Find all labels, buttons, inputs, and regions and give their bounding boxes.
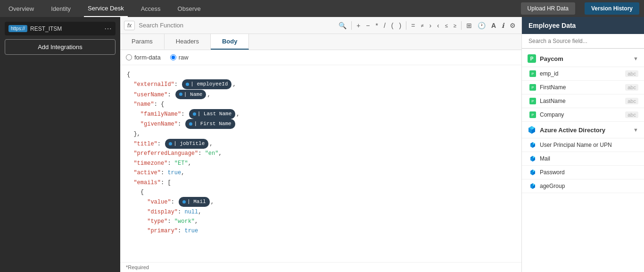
field-upn[interactable]: User Principal Name or UPN bbox=[522, 138, 644, 152]
nav-observe[interactable]: Observe bbox=[174, 0, 205, 17]
azure-field-icon-3 bbox=[529, 169, 536, 176]
field-agegroup[interactable]: ageGroup bbox=[522, 179, 644, 193]
azure-section-title: Azure Active Directory bbox=[540, 127, 629, 134]
field-password[interactable]: Password bbox=[522, 166, 644, 179]
nav-identity[interactable]: Identity bbox=[47, 0, 74, 17]
body-options-row: form-data raw bbox=[120, 50, 521, 65]
paycom-field-icon: P bbox=[529, 70, 536, 77]
not-equals-icon[interactable]: ≠ bbox=[419, 22, 425, 29]
clock-icon[interactable]: 🕐 bbox=[476, 21, 487, 30]
close-paren-icon[interactable]: ) bbox=[397, 21, 404, 30]
toolbar-separator-2 bbox=[406, 21, 406, 30]
json-line-7: }, bbox=[127, 129, 515, 139]
tab-params[interactable]: Params bbox=[120, 34, 165, 50]
upload-hr-data-button[interactable]: Upload HR Data bbox=[521, 2, 575, 15]
toolbar-separator bbox=[351, 21, 352, 30]
required-note: *Required bbox=[120, 262, 521, 272]
azure-field-icon-4 bbox=[529, 183, 536, 189]
info-icon[interactable]: ℹ bbox=[500, 21, 506, 30]
paycom-field-icon-3: P bbox=[529, 98, 536, 104]
sidebar-url-bar: https:// REST_ITSM ⋯ bbox=[5, 22, 116, 35]
content-area: fx 🔍 + − * / ( ) = ≠ › ‹ ≤ ≥ ⊞ 🕐 A ℹ ⚙ P bbox=[120, 17, 521, 272]
toolbar-separator-3 bbox=[461, 21, 462, 30]
nav-access[interactable]: Access bbox=[137, 0, 165, 17]
grid-icon[interactable]: ⊞ bbox=[464, 21, 474, 30]
json-line-13: { bbox=[127, 187, 515, 197]
nav-service-desk[interactable]: Service Desk bbox=[84, 0, 128, 17]
json-line-5: "familyName": | Last Name, bbox=[127, 109, 515, 119]
toolbar-row: fx 🔍 + − * / ( ) = ≠ › ‹ ≤ ≥ ⊞ 🕐 A ℹ ⚙ bbox=[120, 17, 521, 34]
json-line-17: "primary": true bbox=[127, 226, 515, 236]
source-search-input[interactable] bbox=[522, 34, 644, 49]
greater-equals-icon[interactable]: ≥ bbox=[452, 22, 458, 29]
employee-id-token[interactable]: | employeeId bbox=[182, 79, 231, 89]
paycom-chevron-icon: ▼ bbox=[633, 56, 638, 61]
search-function-input[interactable] bbox=[137, 22, 335, 29]
top-nav: Overview Identity Service Desk Access Ob… bbox=[0, 0, 644, 17]
form-data-radio[interactable] bbox=[126, 54, 132, 60]
nav-overview[interactable]: Overview bbox=[5, 0, 38, 17]
field-type-emp-id: abc bbox=[625, 70, 638, 77]
less-equals-icon[interactable]: ≤ bbox=[443, 22, 450, 29]
paycom-section-title: Paycom bbox=[540, 55, 629, 62]
right-panel-scroll: P Paycom ▼ P emp_id abc P FirstName abc … bbox=[522, 49, 644, 272]
name-token[interactable]: | Name bbox=[175, 90, 206, 100]
search-icon[interactable]: 🔍 bbox=[337, 21, 348, 30]
equals-icon[interactable]: = bbox=[409, 21, 417, 30]
greater-icon[interactable]: › bbox=[427, 21, 433, 30]
azure-section-header[interactable]: Azure Active Directory ▼ bbox=[522, 122, 644, 138]
last-name-token[interactable]: | Last Name bbox=[189, 109, 236, 119]
add-integrations-button[interactable]: Add Integrations bbox=[5, 39, 116, 55]
asterisk-icon[interactable]: * bbox=[374, 21, 380, 30]
field-name-mail: Mail bbox=[540, 155, 638, 162]
version-history-button[interactable]: Version History bbox=[585, 2, 639, 15]
field-type-company: abc bbox=[625, 111, 638, 118]
paycom-field-icon-4: P bbox=[529, 111, 536, 118]
field-name-emp-id: emp_id bbox=[540, 70, 621, 77]
fx-badge: fx bbox=[124, 21, 135, 30]
paycom-icon: P bbox=[528, 54, 536, 63]
field-name-lastname: LastName bbox=[540, 98, 621, 104]
url-text: REST_ITSM bbox=[30, 26, 62, 32]
right-panel-header: Employee Data bbox=[522, 17, 644, 34]
tabs-row: Params Headers Body bbox=[120, 34, 521, 50]
json-line-1: { bbox=[127, 70, 515, 79]
settings-icon[interactable]: ⚙ bbox=[508, 21, 518, 30]
field-lastname[interactable]: P LastName abc bbox=[522, 94, 644, 108]
plus-icon[interactable]: + bbox=[355, 21, 362, 30]
mail-token[interactable]: | Mail bbox=[179, 197, 210, 207]
paycom-section-header[interactable]: P Paycom ▼ bbox=[522, 51, 644, 67]
field-name-agegroup: ageGroup bbox=[540, 183, 638, 189]
json-editor[interactable]: { "externalId": | employeeId, "userName"… bbox=[120, 65, 521, 262]
url-badge: https:// bbox=[8, 25, 27, 32]
json-line-16: "type": "work", bbox=[127, 217, 515, 226]
json-line-2: "externalId": | employeeId, bbox=[127, 79, 515, 89]
job-title-token[interactable]: | jobTitle bbox=[165, 139, 208, 149]
right-panel: Employee Data P Paycom ▼ P emp_id abc P … bbox=[521, 17, 644, 272]
tab-headers[interactable]: Headers bbox=[165, 34, 211, 50]
first-name-token[interactable]: | First Name bbox=[185, 119, 235, 129]
field-type-firstname: abc bbox=[625, 84, 638, 91]
json-line-12: "emails": [ bbox=[127, 178, 515, 187]
raw-radio-label[interactable]: raw bbox=[170, 54, 189, 61]
field-mail[interactable]: Mail bbox=[522, 152, 644, 166]
field-company[interactable]: P Company abc bbox=[522, 108, 644, 122]
azure-chevron-icon: ▼ bbox=[633, 127, 638, 133]
json-line-10: "timezone": "ET", bbox=[127, 159, 515, 168]
field-emp-id[interactable]: P emp_id abc bbox=[522, 67, 644, 81]
field-firstname[interactable]: P FirstName abc bbox=[522, 81, 644, 94]
azure-field-icon-1 bbox=[529, 142, 536, 148]
tab-body[interactable]: Body bbox=[211, 34, 249, 50]
text-icon[interactable]: A bbox=[489, 21, 498, 30]
ellipsis-icon[interactable]: ⋯ bbox=[104, 24, 112, 33]
form-data-label: form-data bbox=[134, 54, 161, 61]
open-paren-icon[interactable]: ( bbox=[389, 21, 396, 30]
form-data-radio-label[interactable]: form-data bbox=[126, 54, 161, 61]
field-name-company: Company bbox=[540, 111, 621, 118]
slash-icon[interactable]: / bbox=[382, 21, 388, 30]
raw-radio[interactable] bbox=[170, 54, 176, 60]
field-name-firstname: FirstName bbox=[540, 84, 621, 91]
minus-icon[interactable]: − bbox=[364, 21, 372, 30]
sidebar: https:// REST_ITSM ⋯ Add Integrations bbox=[0, 17, 120, 272]
less-icon[interactable]: ‹ bbox=[435, 21, 441, 30]
